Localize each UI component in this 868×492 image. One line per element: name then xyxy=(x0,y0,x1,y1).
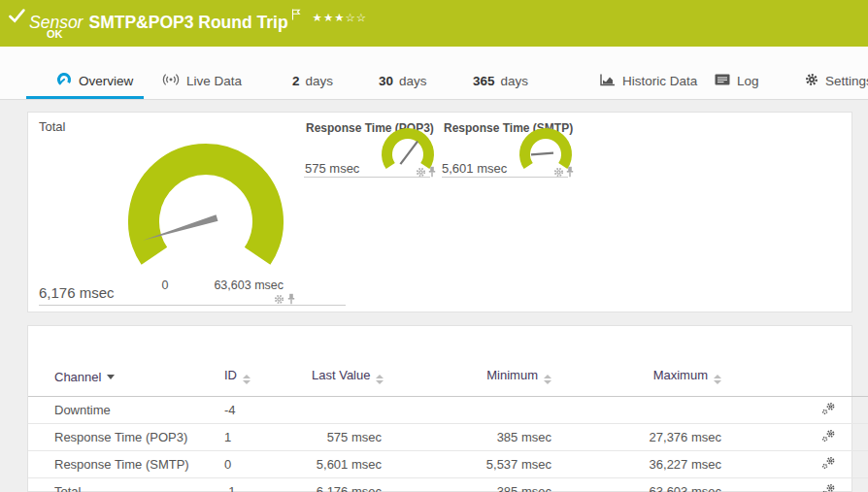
column-header-minimum[interactable]: Minimum xyxy=(382,326,551,397)
tab-365-days[interactable]: 365days xyxy=(473,64,528,97)
channel-id: 1 xyxy=(224,424,312,451)
tab-label: days xyxy=(399,74,427,88)
channel-last-value: 575 msec xyxy=(312,424,382,451)
total-gauge xyxy=(99,119,313,298)
channel-id: 0 xyxy=(224,451,312,478)
column-header-maximum[interactable]: Maximum xyxy=(551,326,721,397)
channels-table: Channel ID Last Value Minimum Maximum Do… xyxy=(28,326,868,492)
table-header-row: Channel ID Last Value Minimum Maximum xyxy=(28,326,868,397)
sensor-title-line: SensorSMTP&POP3 Round Trip★★★☆☆ xyxy=(29,5,367,33)
pop3-gauge-value: 575 msec xyxy=(305,161,359,176)
table-row: Response Time (SMTP) 0 5,601 msec 5,537 … xyxy=(28,451,868,478)
status-badge: OK xyxy=(47,28,63,40)
channel-maximum: 63,603 msec xyxy=(551,478,721,492)
channel-id: -4 xyxy=(224,397,312,424)
channel-settings-icon[interactable] xyxy=(821,402,836,415)
tab-log[interactable]: Log xyxy=(715,64,759,97)
table-row: Response Time (POP3) 1 575 msec 385 msec… xyxy=(28,424,868,451)
sort-icon xyxy=(714,375,721,384)
pop3-gear-icon[interactable] xyxy=(416,167,426,178)
sort-icon xyxy=(376,375,384,384)
sort-icon xyxy=(243,375,250,384)
channel-minimum: 385 msec xyxy=(382,424,551,451)
tab-historic-data[interactable]: Historic Data xyxy=(600,64,697,97)
total-gauge-value: 6,176 msec xyxy=(39,284,115,301)
smtp-pin-icon[interactable] xyxy=(565,166,575,178)
total-gear-icon[interactable] xyxy=(274,294,284,305)
live-icon xyxy=(162,73,180,89)
tab-overview[interactable]: Overview xyxy=(56,64,133,97)
tab-label: Log xyxy=(737,74,759,88)
channel-minimum: 5,537 msec xyxy=(382,451,551,478)
channel-id: -1 xyxy=(224,478,312,492)
log-icon xyxy=(715,74,730,88)
column-header-last-value[interactable]: Last Value xyxy=(312,326,382,397)
tab-2-days[interactable]: 2days xyxy=(292,64,333,97)
smtp-gauge-divider xyxy=(442,177,568,178)
channel-last-value: 5,601 msec xyxy=(312,451,382,478)
column-header-id[interactable]: ID xyxy=(224,326,312,397)
channels-panel: Channel ID Last Value Minimum Maximum Do… xyxy=(27,325,852,492)
gauges-panel: Total 0 63,603 msec 6,176 msec Response … xyxy=(27,112,852,312)
channel-maximum: 27,376 msec xyxy=(551,424,721,451)
tab-settings[interactable]: Settings xyxy=(805,64,868,97)
table-row: Downtime -4 xyxy=(28,397,868,424)
priority-stars[interactable]: ★★★☆☆ xyxy=(313,11,368,24)
sensor-page: SensorSMTP&POP3 Round Trip★★★☆☆ OK Overv… xyxy=(0,0,868,492)
smtp-gauge-value: 5,601 msec xyxy=(442,161,507,176)
channel-name: Total xyxy=(28,478,224,492)
tab-label: Overview xyxy=(79,74,133,88)
table-row: Total -1 6,176 msec 385 msec 63,603 msec xyxy=(28,478,868,492)
tab-number: 365 xyxy=(473,74,495,88)
sort-desc-icon xyxy=(107,375,115,379)
active-tab-underline xyxy=(26,96,144,99)
pop3-pin-icon[interactable] xyxy=(427,166,437,178)
total-gauge-label: Total xyxy=(39,119,65,134)
tab-label: Historic Data xyxy=(622,74,697,88)
channel-maximum xyxy=(551,397,721,424)
gear-icon xyxy=(805,73,818,89)
pop3-gauge-divider xyxy=(304,177,430,178)
column-header-channel[interactable]: Channel xyxy=(28,326,224,397)
total-gauge-divider xyxy=(39,305,346,306)
flag-icon[interactable] xyxy=(291,5,301,25)
chart-icon xyxy=(600,73,616,89)
smtp-gear-icon[interactable] xyxy=(553,167,564,178)
channel-minimum xyxy=(382,397,551,424)
channel-name: Downtime xyxy=(28,397,224,424)
tab-label: days xyxy=(501,74,529,88)
tab-30-days[interactable]: 30days xyxy=(379,64,427,97)
tab-number: 2 xyxy=(292,74,300,88)
channel-minimum: 385 msec xyxy=(382,478,551,492)
channel-settings-icon[interactable] xyxy=(821,429,836,443)
tab-number: 30 xyxy=(379,74,393,88)
tab-label: Settings xyxy=(825,74,868,88)
column-header-actions xyxy=(721,326,868,397)
channel-last-value: 6,176 msec xyxy=(312,478,382,492)
channel-last-value xyxy=(312,397,382,424)
channel-settings-icon[interactable] xyxy=(821,483,836,492)
page-title: SMTP&POP3 Round Trip xyxy=(88,13,287,32)
tab-label: Live Data xyxy=(186,74,242,88)
total-gauge-scale-max: 63,603 msec xyxy=(167,279,284,292)
gauge-icon xyxy=(56,72,72,90)
check-ok-icon xyxy=(9,9,25,27)
tab-live-data[interactable]: Live Data xyxy=(162,64,242,97)
sensor-status-header: SensorSMTP&POP3 Round Trip★★★☆☆ OK xyxy=(0,0,868,47)
sort-icon xyxy=(544,375,551,384)
tab-bar: Overview Live Data 2days 30days 365days … xyxy=(0,47,868,100)
total-pin-icon[interactable] xyxy=(286,293,296,305)
channel-name: Response Time (SMTP) xyxy=(28,451,224,478)
channel-maximum: 36,227 msec xyxy=(551,451,721,478)
channel-settings-icon[interactable] xyxy=(821,456,836,470)
tab-label: days xyxy=(306,74,334,88)
channel-name: Response Time (POP3) xyxy=(28,424,224,451)
